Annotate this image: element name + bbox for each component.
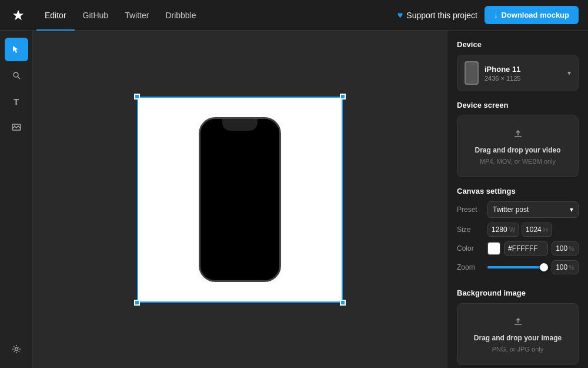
top-nav: Editor GitHub Twitter Dribbble ♥ Support…	[0, 0, 588, 31]
color-hex-input[interactable]: #FFFFFF	[504, 241, 548, 256]
video-drop-subtitle: MP4, MOV, or WEBM only	[480, 158, 556, 165]
video-drop-zone[interactable]: Drag and drop your video MP4, MOV, or WE…	[457, 115, 579, 177]
select-tool[interactable]	[5, 38, 28, 61]
svg-line-1	[18, 77, 20, 79]
support-label: Support this project	[406, 11, 477, 20]
upload-image-icon	[512, 316, 524, 330]
zoom-track[interactable]	[487, 266, 548, 268]
height-value: 1024	[526, 226, 542, 234]
height-input[interactable]: 1024 H	[522, 223, 552, 237]
phone-screen	[201, 119, 279, 280]
logo	[9, 6, 27, 24]
device-info: iPhone 11 2436 × 1125	[485, 65, 562, 82]
device-section: Device iPhone 11 2436 × 1125 ▾	[457, 40, 579, 91]
right-panel: Device iPhone 11 2436 × 1125 ▾ Device sc…	[447, 31, 588, 368]
opacity-input[interactable]: 100 %	[552, 241, 579, 256]
phone-mockup	[199, 117, 281, 282]
svg-point-4	[15, 348, 18, 351]
canvas-container	[137, 97, 343, 303]
zoom-label: Zoom	[457, 263, 483, 271]
canvas-area[interactable]	[33, 31, 447, 368]
left-sidebar: T	[0, 31, 33, 368]
support-button[interactable]: ♥ Support this project	[397, 10, 477, 21]
nav-github[interactable]: GitHub	[75, 0, 117, 31]
image-tool[interactable]	[5, 115, 28, 139]
screen-section-title: Device screen	[457, 101, 579, 110]
bg-section: Background image Drag and drop your imag…	[457, 289, 579, 365]
image-drop-title: Drag and drop your image	[474, 334, 562, 342]
svg-point-0	[14, 72, 18, 77]
search-tool[interactable]	[5, 64, 28, 87]
nav-editor[interactable]: Editor	[36, 0, 75, 31]
download-icon: ↓	[494, 11, 498, 19]
preset-select[interactable]: Twitter post ▾	[487, 201, 579, 218]
canvas-settings-section: Canvas settings Preset Twitter post ▾ Si…	[457, 187, 579, 279]
color-swatch[interactable]	[487, 242, 500, 255]
opacity-unit: %	[569, 245, 574, 252]
device-selector[interactable]: iPhone 11 2436 × 1125 ▾	[457, 55, 579, 91]
opacity-value: 100	[556, 244, 567, 253]
color-row: Color #FFFFFF 100 %	[457, 241, 579, 256]
settings-tool[interactable]	[5, 337, 28, 361]
image-drop-zone[interactable]: Drag and drop your image PNG, or JPG onl…	[457, 303, 579, 365]
phone-notch	[222, 119, 258, 131]
preset-value: Twitter post	[493, 205, 529, 214]
handle-bottom-right[interactable]	[340, 300, 346, 306]
device-section-title: Device	[457, 40, 579, 49]
zoom-value: 100	[556, 263, 567, 271]
zoom-value-wrap[interactable]: 100 %	[552, 260, 579, 274]
size-row: Size 1280 W 1024 H	[457, 223, 579, 237]
preset-chevron-icon: ▾	[570, 205, 573, 214]
video-drop-title: Drag and drop your video	[475, 146, 560, 154]
svg-point-3	[14, 125, 15, 127]
zoom-row: Zoom 100 %	[457, 260, 579, 274]
text-tool[interactable]: T	[5, 89, 28, 113]
device-resolution: 2436 × 1125	[485, 75, 562, 82]
width-value: 1280	[492, 226, 507, 234]
device-chevron-icon: ▾	[567, 69, 571, 77]
nav-links: Editor GitHub Twitter Dribbble	[36, 0, 397, 31]
heart-icon: ♥	[397, 10, 403, 21]
width-input[interactable]: 1280 W	[487, 223, 519, 237]
nav-twitter[interactable]: Twitter	[116, 0, 157, 31]
device-icon	[465, 61, 479, 85]
download-button[interactable]: ↓ Download mockup	[485, 6, 579, 24]
zoom-thumb[interactable]	[540, 263, 548, 271]
bg-section-title: Background image	[457, 289, 579, 297]
color-label: Color	[457, 244, 483, 253]
preset-label: Preset	[457, 205, 483, 214]
zoom-unit: %	[569, 264, 574, 271]
size-label: Size	[457, 226, 483, 234]
width-unit: W	[509, 226, 515, 233]
download-label: Download mockup	[501, 11, 569, 19]
zoom-slider-wrap: 100 %	[487, 260, 579, 274]
image-drop-subtitle: PNG, or JPG only	[492, 346, 543, 353]
handle-top-right[interactable]	[340, 94, 346, 100]
text-icon: T	[14, 97, 19, 107]
handle-bottom-left[interactable]	[134, 300, 140, 306]
nav-dribbble[interactable]: Dribbble	[157, 0, 204, 31]
main-layout: T	[0, 31, 588, 368]
zoom-fill	[487, 266, 548, 268]
nav-actions: ♥ Support this project ↓ Download mockup	[397, 6, 579, 24]
upload-icon	[512, 128, 524, 142]
preset-row: Preset Twitter post ▾	[457, 201, 579, 218]
handle-top-left[interactable]	[134, 94, 140, 100]
device-name: iPhone 11	[485, 65, 562, 74]
color-inputs: #FFFFFF 100 %	[487, 241, 579, 256]
height-unit: H	[543, 226, 548, 233]
size-inputs: 1280 W 1024 H	[487, 223, 579, 237]
canvas-settings-title: Canvas settings	[457, 187, 579, 195]
screen-section: Device screen Drag and drop your video M…	[457, 101, 579, 177]
